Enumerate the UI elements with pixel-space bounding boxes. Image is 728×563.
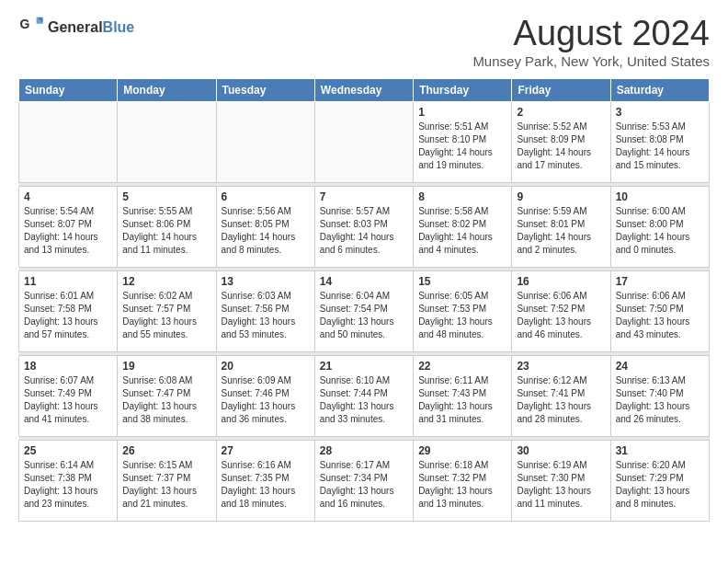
calendar-cell: 9Sunrise: 5:59 AMSunset: 8:01 PMDaylight… xyxy=(512,186,610,267)
calendar-cell: 3Sunrise: 5:53 AMSunset: 8:08 PMDaylight… xyxy=(610,101,709,182)
day-detail: Sunrise: 6:17 AMSunset: 7:34 PMDaylight:… xyxy=(320,459,408,511)
day-number: 15 xyxy=(418,275,506,288)
calendar-cell: 1Sunrise: 5:51 AMSunset: 8:10 PMDaylight… xyxy=(414,101,512,182)
calendar-week-3: 11Sunrise: 6:01 AMSunset: 7:58 PMDayligh… xyxy=(19,270,710,351)
day-detail: Sunrise: 6:03 AMSunset: 7:56 PMDaylight:… xyxy=(222,290,310,341)
day-number: 5 xyxy=(122,190,210,203)
day-detail: Sunrise: 6:04 AMSunset: 7:54 PMDaylight:… xyxy=(320,290,408,341)
calendar-cell: 21Sunrise: 6:10 AMSunset: 7:44 PMDayligh… xyxy=(314,355,413,436)
day-number: 20 xyxy=(222,360,310,373)
calendar-cell: 24Sunrise: 6:13 AMSunset: 7:40 PMDayligh… xyxy=(610,355,709,436)
day-detail: Sunrise: 6:08 AMSunset: 7:47 PMDaylight:… xyxy=(122,374,210,426)
day-number: 29 xyxy=(418,444,506,457)
calendar-header-row: SundayMondayTuesdayWednesdayThursdayFrid… xyxy=(19,78,710,101)
logo-icon: G xyxy=(18,15,44,40)
calendar-cell xyxy=(314,101,413,182)
logo-general: General xyxy=(48,19,103,35)
calendar-cell: 7Sunrise: 5:57 AMSunset: 8:03 PMDaylight… xyxy=(314,186,413,267)
day-detail: Sunrise: 6:09 AMSunset: 7:46 PMDaylight:… xyxy=(222,374,310,426)
calendar-cell: 16Sunrise: 6:06 AMSunset: 7:52 PMDayligh… xyxy=(512,270,610,351)
calendar-cell: 10Sunrise: 6:00 AMSunset: 8:00 PMDayligh… xyxy=(610,186,709,267)
day-number: 11 xyxy=(24,275,112,288)
calendar-cell xyxy=(216,101,314,182)
calendar-cell: 28Sunrise: 6:17 AMSunset: 7:34 PMDayligh… xyxy=(314,440,413,521)
day-number: 14 xyxy=(320,275,408,288)
calendar-cell: 13Sunrise: 6:03 AMSunset: 7:56 PMDayligh… xyxy=(216,270,314,351)
calendar-week-4: 18Sunrise: 6:07 AMSunset: 7:49 PMDayligh… xyxy=(19,355,710,436)
day-detail: Sunrise: 6:01 AMSunset: 7:58 PMDaylight:… xyxy=(24,290,112,341)
calendar-cell: 18Sunrise: 6:07 AMSunset: 7:49 PMDayligh… xyxy=(19,355,118,436)
day-detail: Sunrise: 5:54 AMSunset: 8:07 PMDaylight:… xyxy=(24,205,112,257)
calendar-cell: 29Sunrise: 6:18 AMSunset: 7:32 PMDayligh… xyxy=(414,440,512,521)
day-detail: Sunrise: 6:20 AMSunset: 7:29 PMDaylight:… xyxy=(616,459,704,511)
calendar-cell: 11Sunrise: 6:01 AMSunset: 7:58 PMDayligh… xyxy=(19,270,118,351)
day-detail: Sunrise: 5:59 AMSunset: 8:01 PMDaylight:… xyxy=(517,205,605,257)
calendar-cell: 25Sunrise: 6:14 AMSunset: 7:38 PMDayligh… xyxy=(19,440,118,521)
location-title: Munsey Park, New York, United States xyxy=(472,53,710,69)
calendar-cell: 15Sunrise: 6:05 AMSunset: 7:53 PMDayligh… xyxy=(414,270,512,351)
calendar-cell: 20Sunrise: 6:09 AMSunset: 7:46 PMDayligh… xyxy=(216,355,314,436)
day-number: 4 xyxy=(24,190,112,203)
day-number: 24 xyxy=(616,360,704,373)
day-number: 18 xyxy=(24,360,112,373)
day-number: 26 xyxy=(122,444,210,457)
svg-text:G: G xyxy=(19,17,29,31)
calendar-table: SundayMondayTuesdayWednesdayThursdayFrid… xyxy=(18,78,710,522)
calendar-cell: 22Sunrise: 6:11 AMSunset: 7:43 PMDayligh… xyxy=(414,355,512,436)
day-detail: Sunrise: 5:56 AMSunset: 8:05 PMDaylight:… xyxy=(222,205,310,257)
calendar-cell: 2Sunrise: 5:52 AMSunset: 8:09 PMDaylight… xyxy=(512,101,610,182)
day-number: 23 xyxy=(517,360,605,373)
calendar-cell: 31Sunrise: 6:20 AMSunset: 7:29 PMDayligh… xyxy=(610,440,709,521)
day-number: 22 xyxy=(418,360,506,373)
calendar-cell xyxy=(118,101,216,182)
calendar-cell: 12Sunrise: 6:02 AMSunset: 7:57 PMDayligh… xyxy=(118,270,216,351)
calendar-week-2: 4Sunrise: 5:54 AMSunset: 8:07 PMDaylight… xyxy=(19,186,710,267)
logo: G GeneralBlue xyxy=(18,15,134,40)
day-header-friday: Friday xyxy=(512,78,610,101)
day-header-thursday: Thursday xyxy=(414,78,512,101)
day-number: 17 xyxy=(616,275,704,288)
day-detail: Sunrise: 6:07 AMSunset: 7:49 PMDaylight:… xyxy=(24,374,112,426)
day-detail: Sunrise: 5:53 AMSunset: 8:08 PMDaylight:… xyxy=(616,121,704,172)
day-number: 1 xyxy=(418,106,506,119)
day-detail: Sunrise: 6:00 AMSunset: 8:00 PMDaylight:… xyxy=(616,205,704,257)
logo-blue: Blue xyxy=(103,19,135,35)
day-number: 19 xyxy=(122,360,210,373)
calendar-cell xyxy=(19,101,118,182)
calendar-cell: 4Sunrise: 5:54 AMSunset: 8:07 PMDaylight… xyxy=(19,186,118,267)
day-header-sunday: Sunday xyxy=(19,78,118,101)
day-detail: Sunrise: 5:51 AMSunset: 8:10 PMDaylight:… xyxy=(418,121,506,172)
day-detail: Sunrise: 6:10 AMSunset: 7:44 PMDaylight:… xyxy=(320,374,408,426)
day-number: 7 xyxy=(320,190,408,203)
day-number: 31 xyxy=(616,444,704,457)
day-header-tuesday: Tuesday xyxy=(216,78,314,101)
day-detail: Sunrise: 6:11 AMSunset: 7:43 PMDaylight:… xyxy=(418,374,506,426)
day-header-saturday: Saturday xyxy=(610,78,709,101)
day-number: 10 xyxy=(616,190,704,203)
day-detail: Sunrise: 6:13 AMSunset: 7:40 PMDaylight:… xyxy=(616,374,704,426)
calendar-cell: 8Sunrise: 5:58 AMSunset: 8:02 PMDaylight… xyxy=(414,186,512,267)
calendar-cell: 17Sunrise: 6:06 AMSunset: 7:50 PMDayligh… xyxy=(610,270,709,351)
day-detail: Sunrise: 5:55 AMSunset: 8:06 PMDaylight:… xyxy=(122,205,210,257)
page-header: G GeneralBlue August 2024 Munsey Park, N… xyxy=(18,15,710,69)
day-header-wednesday: Wednesday xyxy=(314,78,413,101)
day-detail: Sunrise: 5:57 AMSunset: 8:03 PMDaylight:… xyxy=(320,205,408,257)
calendar-cell: 23Sunrise: 6:12 AMSunset: 7:41 PMDayligh… xyxy=(512,355,610,436)
day-detail: Sunrise: 6:14 AMSunset: 7:38 PMDaylight:… xyxy=(24,459,112,511)
day-detail: Sunrise: 6:19 AMSunset: 7:30 PMDaylight:… xyxy=(517,459,605,511)
day-number: 13 xyxy=(222,275,310,288)
calendar-cell: 6Sunrise: 5:56 AMSunset: 8:05 PMDaylight… xyxy=(216,186,314,267)
calendar-week-1: 1Sunrise: 5:51 AMSunset: 8:10 PMDaylight… xyxy=(19,101,710,182)
day-detail: Sunrise: 5:52 AMSunset: 8:09 PMDaylight:… xyxy=(517,121,605,172)
day-detail: Sunrise: 5:58 AMSunset: 8:02 PMDaylight:… xyxy=(418,205,506,257)
calendar-cell: 30Sunrise: 6:19 AMSunset: 7:30 PMDayligh… xyxy=(512,440,610,521)
day-number: 8 xyxy=(418,190,506,203)
calendar-cell: 27Sunrise: 6:16 AMSunset: 7:35 PMDayligh… xyxy=(216,440,314,521)
day-number: 30 xyxy=(517,444,605,457)
day-number: 12 xyxy=(122,275,210,288)
calendar-cell: 5Sunrise: 5:55 AMSunset: 8:06 PMDaylight… xyxy=(118,186,216,267)
day-detail: Sunrise: 6:05 AMSunset: 7:53 PMDaylight:… xyxy=(418,290,506,341)
day-number: 16 xyxy=(517,275,605,288)
day-detail: Sunrise: 6:16 AMSunset: 7:35 PMDaylight:… xyxy=(222,459,310,511)
day-number: 9 xyxy=(517,190,605,203)
